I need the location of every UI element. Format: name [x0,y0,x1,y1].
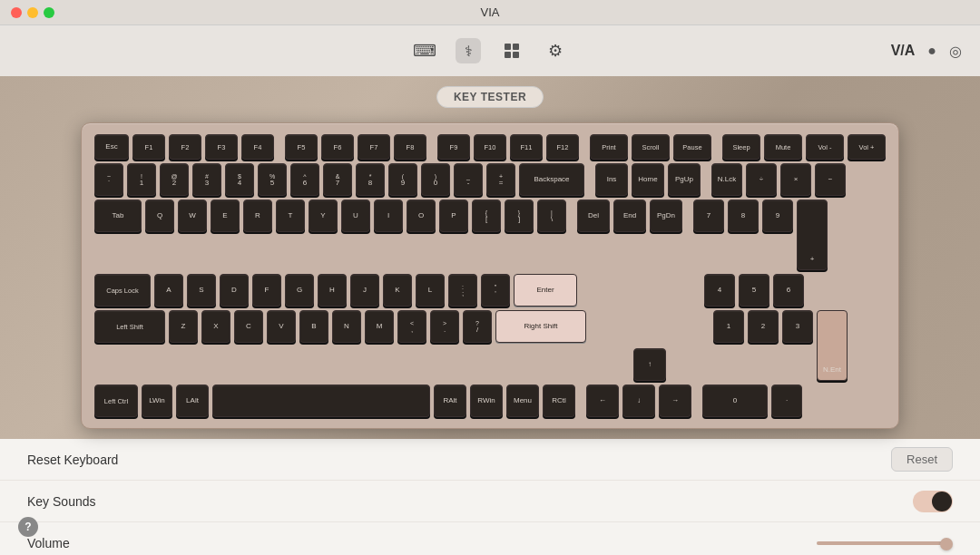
key-g[interactable]: G [285,274,314,307]
key-0[interactable]: )0 [421,163,450,196]
key-w[interactable]: W [178,200,207,232]
layout-nav-icon[interactable] [499,38,524,63]
key-a[interactable]: A [154,274,183,307]
key-down[interactable]: ↓ [622,385,655,417]
key-quote[interactable]: "' [481,274,510,307]
key-numdot[interactable]: · [771,385,802,417]
key-f11[interactable]: F11 [510,134,543,160]
key-x[interactable]: X [201,310,230,343]
key-rctl[interactable]: RCtl [543,385,575,417]
key-f4[interactable]: F4 [241,134,274,160]
key-b[interactable]: B [299,310,328,343]
key-q[interactable]: Q [145,200,174,232]
key-r[interactable]: R [243,200,272,232]
github-icon[interactable]: ◎ [949,43,962,60]
key-slash[interactable]: ?/ [463,310,492,343]
key-5[interactable]: %5 [258,163,287,196]
reset-button[interactable]: Reset [891,447,953,472]
key-num1[interactable]: 1 [713,310,744,343]
minimize-button[interactable] [27,7,38,18]
key-numadd[interactable]: + [797,200,828,270]
key-z[interactable]: Z [169,310,198,343]
key-k[interactable]: K [383,274,412,307]
key-rwin[interactable]: RWin [470,385,503,417]
key-m[interactable]: M [365,310,394,343]
key-numsub[interactable]: − [815,163,846,196]
key-vol-down[interactable]: Vol - [806,134,844,160]
key-f12[interactable]: F12 [546,134,579,160]
key-lalt[interactable]: LAlt [176,385,209,417]
key-period[interactable]: >. [430,310,459,343]
key-rshift[interactable]: Right Shift [495,310,586,343]
key-f2[interactable]: F2 [169,134,201,160]
key-numdiv[interactable]: ÷ [746,163,777,196]
key-f1[interactable]: F1 [132,134,165,160]
key-home[interactable]: Home [632,163,664,196]
key-4[interactable]: $4 [225,163,254,196]
key-e[interactable]: E [211,200,240,232]
key-lshift[interactable]: Left Shift [94,310,165,343]
key-caps[interactable]: Caps Lock [94,274,151,307]
keyboard-nav-icon[interactable]: ⌨ [412,38,437,63]
key-f10[interactable]: F10 [474,134,506,160]
key-left[interactable]: ← [586,385,619,417]
key-f8[interactable]: F8 [394,134,426,160]
key-scroll[interactable]: Scroll [632,134,670,160]
volume-slider-thumb[interactable] [940,538,953,550]
key-num7[interactable]: 7 [693,200,724,232]
key-sleep[interactable]: Sleep [722,134,760,160]
key-7[interactable]: &7 [323,163,352,196]
key-grave[interactable]: ~` [94,163,123,196]
key-numlck[interactable]: N.Lck [711,163,742,196]
key-pause[interactable]: Pause [673,134,711,160]
key-mute[interactable]: Mute [764,134,802,160]
toggle-track[interactable] [913,491,953,512]
key-esc[interactable]: Esc [94,134,129,160]
key-n[interactable]: N [332,310,361,343]
key-tester-nav-icon[interactable]: ⚕ [456,38,481,63]
key-1[interactable]: !1 [127,163,156,196]
key-lctrl[interactable]: Left Ctrl [94,385,138,417]
key-equals[interactable]: += [486,163,515,196]
key-j[interactable]: J [350,274,379,307]
key-num0[interactable]: 0 [702,385,768,417]
key-v[interactable]: V [267,310,296,343]
key-o[interactable]: O [407,200,436,232]
key-ins[interactable]: Ins [595,163,628,196]
key-print[interactable]: Print [590,134,628,160]
key-num9[interactable]: 9 [762,200,793,232]
key-minus[interactable]: _- [454,163,483,196]
settings-nav-icon[interactable]: ⚙ [543,38,568,63]
key-2[interactable]: @2 [160,163,189,196]
key-pgup[interactable]: PgUp [668,163,701,196]
key-f[interactable]: F [252,274,281,307]
key-right[interactable]: → [659,385,691,417]
key-num2[interactable]: 2 [748,310,779,343]
key-s[interactable]: S [187,274,216,307]
key-3[interactable]: #3 [192,163,221,196]
key-f5[interactable]: F5 [285,134,318,160]
key-c[interactable]: C [234,310,263,343]
key-ralt[interactable]: RAlt [434,385,466,417]
key-up[interactable]: ↑ [633,348,666,381]
key-h[interactable]: H [318,274,347,307]
key-num6[interactable]: 6 [773,274,804,307]
key-sounds-toggle[interactable] [913,491,953,512]
key-y[interactable]: Y [309,200,338,232]
key-d[interactable]: D [220,274,249,307]
key-lwin[interactable]: LWin [142,385,172,417]
key-num5[interactable]: 5 [739,274,769,307]
key-del[interactable]: Del [577,200,610,232]
key-backspace[interactable]: Backspace [519,163,584,196]
discord-icon[interactable]: ● [927,43,936,59]
key-u[interactable]: U [341,200,370,232]
key-lbracket[interactable]: {[ [472,200,501,232]
key-num3[interactable]: 3 [782,310,813,343]
key-8[interactable]: *8 [356,163,385,196]
key-end[interactable]: End [613,200,646,232]
key-num4[interactable]: 4 [704,274,735,307]
key-space[interactable] [212,385,430,417]
close-button[interactable] [11,7,22,18]
key-semicolon[interactable]: :; [448,274,477,307]
key-6[interactable]: ^6 [290,163,319,196]
